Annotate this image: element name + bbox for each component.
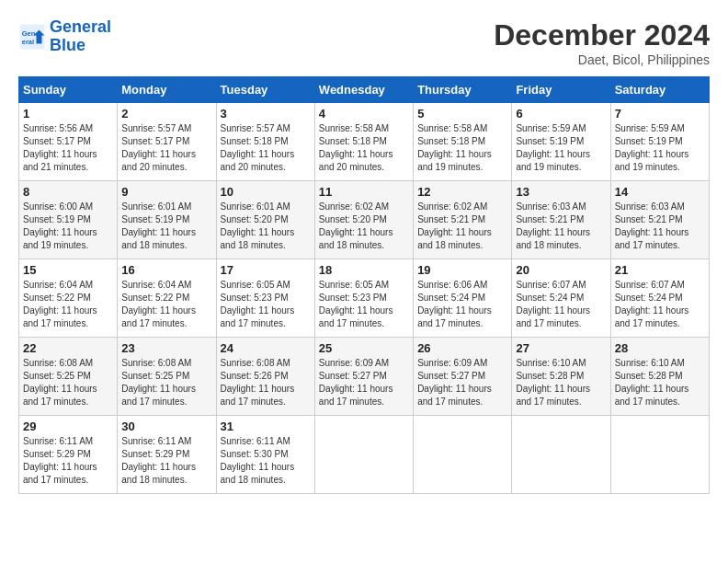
- day-info: Sunrise: 6:11 AM Sunset: 5:29 PM Dayligh…: [121, 435, 211, 487]
- calendar-header: SundayMondayTuesdayWednesdayThursdayFrid…: [19, 77, 710, 103]
- day-info: Sunrise: 6:11 AM Sunset: 5:29 PM Dayligh…: [23, 435, 113, 487]
- logo-icon: Gen eral: [18, 23, 46, 51]
- calendar-cell: 23Sunrise: 6:08 AM Sunset: 5:25 PM Dayli…: [118, 338, 216, 416]
- calendar-body: 1Sunrise: 5:56 AM Sunset: 5:17 PM Daylig…: [19, 103, 710, 494]
- calendar-cell: 17Sunrise: 6:05 AM Sunset: 5:23 PM Dayli…: [216, 259, 314, 338]
- calendar-cell: 4Sunrise: 5:58 AM Sunset: 5:18 PM Daylig…: [314, 103, 413, 181]
- calendar-cell: 31Sunrise: 6:11 AM Sunset: 5:30 PM Dayli…: [216, 416, 314, 494]
- day-info: Sunrise: 6:11 AM Sunset: 5:30 PM Dayligh…: [221, 435, 311, 487]
- day-number: 30: [121, 419, 211, 433]
- day-number: 3: [221, 107, 311, 121]
- calendar-cell: 3Sunrise: 5:57 AM Sunset: 5:18 PM Daylig…: [216, 103, 314, 181]
- day-number: 17: [221, 263, 311, 277]
- day-info: Sunrise: 6:03 AM Sunset: 5:21 PM Dayligh…: [615, 201, 705, 252]
- weekday-header: Monday: [118, 77, 216, 103]
- weekday-header: Wednesday: [314, 77, 413, 103]
- day-number: 2: [121, 107, 211, 121]
- day-info: Sunrise: 6:03 AM Sunset: 5:21 PM Dayligh…: [516, 201, 606, 252]
- weekday-row: SundayMondayTuesdayWednesdayThursdayFrid…: [19, 77, 710, 103]
- day-info: Sunrise: 5:59 AM Sunset: 5:19 PM Dayligh…: [615, 122, 705, 174]
- logo-text: General Blue: [50, 18, 111, 55]
- day-number: 6: [516, 107, 606, 121]
- day-number: 25: [319, 341, 409, 355]
- calendar-cell: 11Sunrise: 6:02 AM Sunset: 5:20 PM Dayli…: [314, 181, 413, 259]
- calendar-week-row: 22Sunrise: 6:08 AM Sunset: 5:25 PM Dayli…: [19, 338, 710, 416]
- day-number: 5: [417, 107, 507, 121]
- calendar-cell: 16Sunrise: 6:04 AM Sunset: 5:22 PM Dayli…: [118, 259, 216, 338]
- calendar-cell: 20Sunrise: 6:07 AM Sunset: 5:24 PM Dayli…: [512, 259, 610, 338]
- day-info: Sunrise: 6:02 AM Sunset: 5:21 PM Dayligh…: [417, 201, 507, 252]
- calendar-cell: 2Sunrise: 5:57 AM Sunset: 5:17 PM Daylig…: [118, 103, 216, 181]
- day-info: Sunrise: 6:09 AM Sunset: 5:27 PM Dayligh…: [319, 357, 409, 408]
- day-number: 22: [23, 341, 113, 355]
- weekday-header: Sunday: [19, 77, 118, 103]
- day-number: 7: [615, 107, 705, 121]
- calendar-cell: 1Sunrise: 5:56 AM Sunset: 5:17 PM Daylig…: [19, 103, 118, 181]
- day-number: 13: [516, 185, 606, 199]
- svg-text:Gen: Gen: [22, 29, 36, 37]
- calendar-week-row: 8Sunrise: 6:00 AM Sunset: 5:19 PM Daylig…: [19, 181, 710, 259]
- day-number: 20: [516, 263, 606, 277]
- title-block: December 2024 Daet, Bicol, Philippines: [494, 18, 710, 67]
- calendar-cell: 10Sunrise: 6:01 AM Sunset: 5:20 PM Dayli…: [216, 181, 314, 259]
- day-info: Sunrise: 5:59 AM Sunset: 5:19 PM Dayligh…: [516, 122, 606, 174]
- day-info: Sunrise: 6:00 AM Sunset: 5:19 PM Dayligh…: [23, 201, 113, 252]
- calendar-cell: 13Sunrise: 6:03 AM Sunset: 5:21 PM Dayli…: [512, 181, 610, 259]
- calendar-cell: 8Sunrise: 6:00 AM Sunset: 5:19 PM Daylig…: [19, 181, 118, 259]
- day-number: 23: [121, 341, 211, 355]
- calendar-cell: 29Sunrise: 6:11 AM Sunset: 5:29 PM Dayli…: [19, 416, 118, 494]
- day-info: Sunrise: 6:05 AM Sunset: 5:23 PM Dayligh…: [221, 279, 311, 330]
- day-number: 27: [516, 341, 606, 355]
- day-number: 4: [319, 107, 409, 121]
- location: Daet, Bicol, Philippines: [494, 52, 710, 67]
- day-info: Sunrise: 5:56 AM Sunset: 5:17 PM Dayligh…: [23, 122, 113, 174]
- calendar-cell: 14Sunrise: 6:03 AM Sunset: 5:21 PM Dayli…: [610, 181, 709, 259]
- day-info: Sunrise: 6:04 AM Sunset: 5:22 PM Dayligh…: [121, 279, 211, 330]
- calendar-cell: 5Sunrise: 5:58 AM Sunset: 5:18 PM Daylig…: [414, 103, 512, 181]
- day-number: 21: [615, 263, 705, 277]
- day-number: 9: [121, 185, 211, 199]
- day-info: Sunrise: 6:10 AM Sunset: 5:28 PM Dayligh…: [615, 357, 705, 408]
- day-info: Sunrise: 6:09 AM Sunset: 5:27 PM Dayligh…: [417, 357, 507, 408]
- day-info: Sunrise: 6:07 AM Sunset: 5:24 PM Dayligh…: [615, 279, 705, 330]
- weekday-header: Saturday: [610, 77, 709, 103]
- day-number: 8: [23, 185, 113, 199]
- logo: Gen eral General Blue: [18, 18, 111, 55]
- calendar-cell: 27Sunrise: 6:10 AM Sunset: 5:28 PM Dayli…: [512, 338, 610, 416]
- calendar-cell: 7Sunrise: 5:59 AM Sunset: 5:19 PM Daylig…: [610, 103, 709, 181]
- day-number: 12: [417, 185, 507, 199]
- day-number: 1: [23, 107, 113, 121]
- calendar-cell: 28Sunrise: 6:10 AM Sunset: 5:28 PM Dayli…: [610, 338, 709, 416]
- day-number: 24: [221, 341, 311, 355]
- calendar-cell: 25Sunrise: 6:09 AM Sunset: 5:27 PM Dayli…: [314, 338, 413, 416]
- calendar-cell: [610, 416, 709, 494]
- calendar-table: SundayMondayTuesdayWednesdayThursdayFrid…: [18, 76, 710, 494]
- calendar-week-row: 1Sunrise: 5:56 AM Sunset: 5:17 PM Daylig…: [19, 103, 710, 181]
- day-info: Sunrise: 6:02 AM Sunset: 5:20 PM Dayligh…: [319, 201, 409, 252]
- day-number: 31: [221, 419, 311, 433]
- day-number: 14: [615, 185, 705, 199]
- calendar-cell: 21Sunrise: 6:07 AM Sunset: 5:24 PM Dayli…: [610, 259, 709, 338]
- day-number: 15: [23, 263, 113, 277]
- day-info: Sunrise: 6:08 AM Sunset: 5:25 PM Dayligh…: [23, 357, 113, 408]
- day-info: Sunrise: 6:05 AM Sunset: 5:23 PM Dayligh…: [319, 279, 409, 330]
- month-title: December 2024: [494, 18, 710, 52]
- weekday-header: Tuesday: [216, 77, 314, 103]
- logo-line2: Blue: [50, 36, 85, 54]
- day-number: 28: [615, 341, 705, 355]
- calendar-cell: 12Sunrise: 6:02 AM Sunset: 5:21 PM Dayli…: [414, 181, 512, 259]
- calendar-week-row: 29Sunrise: 6:11 AM Sunset: 5:29 PM Dayli…: [19, 416, 710, 494]
- day-number: 26: [417, 341, 507, 355]
- day-number: 29: [23, 419, 113, 433]
- calendar-cell: 22Sunrise: 6:08 AM Sunset: 5:25 PM Dayli…: [19, 338, 118, 416]
- calendar-cell: [414, 416, 512, 494]
- page-header: Gen eral General Blue December 2024 Daet…: [18, 18, 710, 67]
- calendar-cell: 9Sunrise: 6:01 AM Sunset: 5:19 PM Daylig…: [118, 181, 216, 259]
- weekday-header: Friday: [512, 77, 610, 103]
- day-number: 10: [221, 185, 311, 199]
- day-info: Sunrise: 6:08 AM Sunset: 5:25 PM Dayligh…: [121, 357, 211, 408]
- calendar-cell: [512, 416, 610, 494]
- day-info: Sunrise: 6:07 AM Sunset: 5:24 PM Dayligh…: [516, 279, 606, 330]
- day-number: 18: [319, 263, 409, 277]
- day-number: 11: [319, 185, 409, 199]
